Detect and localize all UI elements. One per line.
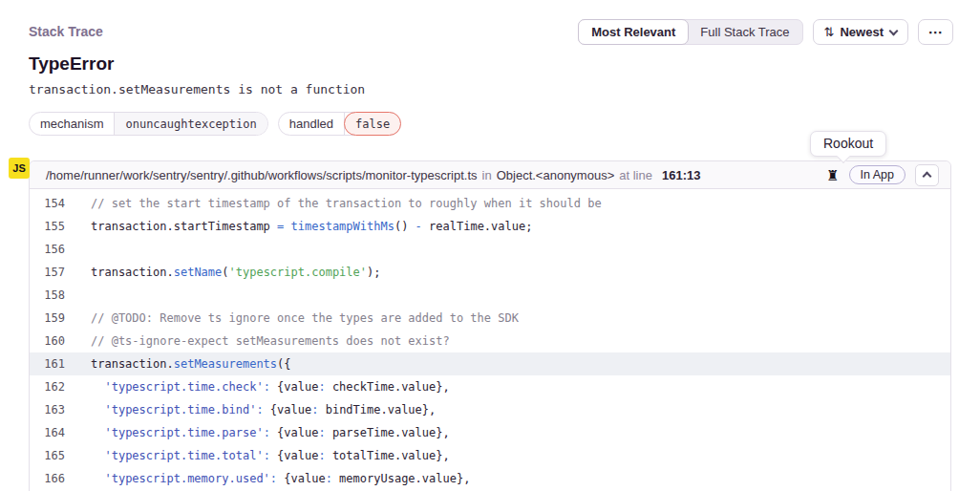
line-number: 165 [30,449,65,462]
rookout-tooltip: Rookout [810,131,886,157]
line-number: 166 [30,472,65,485]
code-line: 158 [30,284,950,307]
rookout-icon[interactable]: ♜ [826,168,839,182]
line-number: 163 [30,403,65,416]
line-number: 156 [30,243,65,256]
sort-dropdown[interactable]: ⇅ Newest [813,19,908,45]
line-number: 160 [30,334,65,348]
sort-arrows-icon: ⇅ [824,25,834,39]
error-type-title: TypeError [29,53,114,75]
frame-in-word: in [482,168,492,182]
code-text: transaction.startTimestamp = timestampWi… [91,220,532,233]
source-code-context: 154// set the start timestamp of the tra… [30,189,950,490]
in-app-badge: In App [849,165,905,184]
code-text: // @ts-ignore-expect setMeasurements doe… [91,334,450,348]
code-line: 164 'typescript.time.parse': {value: par… [30,421,950,444]
code-line: 154// set the start timestamp of the tra… [30,192,950,215]
code-text: 'typescript.memory.used': {value: memory… [91,472,470,485]
toggle-most-relevant[interactable]: Most Relevant [578,19,689,45]
line-number: 154 [30,197,65,210]
stacktrace-controls: Most Relevant Full Stack Trace ⇅ Newest … [578,19,953,45]
code-text: 'typescript.time.check': {value: checkTi… [91,380,450,394]
code-text: transaction.setName('typescript.compile'… [91,266,380,279]
frame-atline-word: at line [619,168,652,182]
code-line: 157transaction.setName('typescript.compi… [30,261,950,284]
line-number: 157 [30,266,65,279]
tag-value-error: false [344,112,401,136]
code-text: // @TODO: Remove ts ignore once the type… [91,311,519,325]
collapse-frame-button[interactable] [915,164,939,186]
code-line: 160// @ts-ignore-expect setMeasurements … [30,330,950,352]
tag-key: mechanism [30,113,115,135]
line-number: 162 [30,380,65,394]
more-options-button[interactable]: ⋯ [918,19,953,45]
frame-header[interactable]: /home/runner/work/sentry/sentry/.github/… [30,161,950,189]
code-line: 166 'typescript.memory.used': {value: me… [30,467,950,490]
ellipsis-icon: ⋯ [928,24,944,41]
error-message: transaction.setMeasurements is not a fun… [29,82,365,96]
frame-file-path: /home/runner/work/sentry/sentry/.github/… [46,168,478,182]
toggle-full-stack-trace[interactable]: Full Stack Trace [688,20,801,44]
code-line: 163 'typescript.time.bind': {value: bind… [30,398,950,421]
stack-frame: JS /home/runner/work/sentry/sentry/.gith… [29,160,951,491]
tag-handled[interactable]: handled false [278,112,401,136]
javascript-platform-icon: JS [9,158,30,179]
code-line: 159// @TODO: Remove ts ignore once the t… [30,307,950,330]
tooltip-label: Rookout [823,136,873,151]
frame-line-number: 161:13 [662,168,700,182]
line-number: 155 [30,220,65,233]
chevron-down-icon [889,26,899,35]
code-line: 162 'typescript.time.check': {value: che… [30,375,950,398]
tag-value: onuncaughtexception [115,113,266,135]
code-line: 156 [30,238,950,261]
code-text: transaction.setMeasurements({ [91,357,291,371]
sort-label: Newest [840,25,884,39]
section-title: Stack Trace [29,24,103,39]
code-line: 155transaction.startTimestamp = timestam… [30,215,950,238]
tag-mechanism[interactable]: mechanism onuncaughtexception [29,112,268,136]
code-text: // set the start timestamp of the transa… [91,197,602,210]
line-number: 164 [30,426,65,439]
code-text: 'typescript.time.bind': {value: bindTime… [91,403,436,416]
line-number: 161 [30,357,65,371]
tag-list: mechanism onuncaughtexception handled fa… [29,112,401,136]
line-number: 158 [30,288,65,302]
code-text: 'typescript.time.total': {value: totalTi… [91,449,450,462]
frame-header-actions: ♜ In App [826,164,939,186]
code-text: 'typescript.time.parse': {value: parseTi… [91,426,450,439]
code-line: 165 'typescript.time.total': {value: tot… [30,444,950,467]
tag-key: handled [279,113,345,135]
line-number: 159 [30,311,65,325]
frame-function-name: Object.<anonymous> [497,168,615,182]
view-toggle-group: Most Relevant Full Stack Trace [578,19,802,45]
chevron-up-icon [923,172,932,181]
code-line-highlighted: 161transaction.setMeasurements({ [30,352,950,375]
